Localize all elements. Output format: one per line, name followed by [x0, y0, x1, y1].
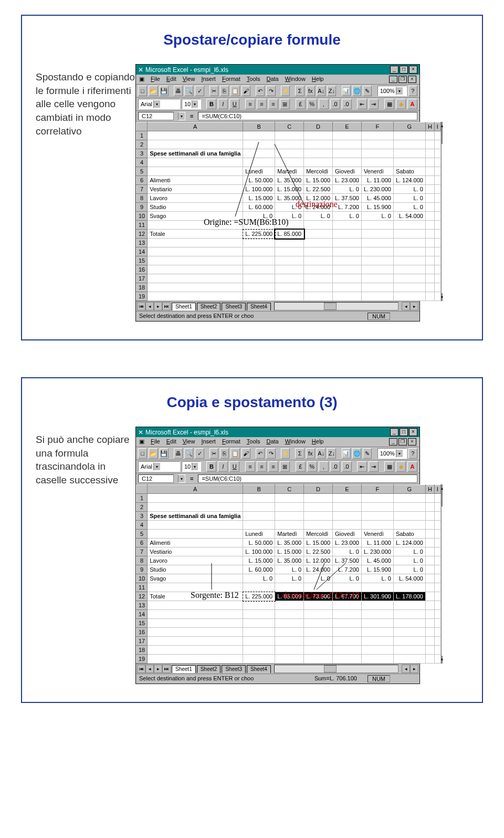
cell-F1[interactable] [361, 494, 393, 503]
cell-E10[interactable]: L. 0 [333, 212, 362, 221]
cell-B3[interactable] [243, 512, 275, 521]
cell-G18[interactable] [393, 283, 425, 292]
cell-H15[interactable] [425, 619, 434, 628]
row-header-15[interactable]: 15 [136, 619, 148, 628]
cut-icon[interactable]: ✂ [209, 448, 218, 459]
decrease-indent-icon[interactable]: ⇤ [357, 99, 367, 109]
cell-A6[interactable]: Alimenti [148, 539, 243, 547]
cell-C5[interactable]: Martedì [275, 530, 304, 539]
maximize-button[interactable]: □ [400, 66, 408, 74]
cell-H7[interactable] [425, 185, 434, 194]
cell-B19[interactable] [243, 655, 275, 664]
cell-D14[interactable] [304, 247, 333, 256]
cell-F5[interactable]: Venerdì [361, 167, 393, 176]
cell-F3[interactable] [361, 512, 393, 521]
maximize-button[interactable]: □ [400, 428, 408, 436]
col-header-D[interactable]: D [304, 485, 333, 494]
cell-C10[interactable]: L. 0 [275, 574, 304, 583]
cell-F7[interactable]: L. 230.000 [361, 547, 393, 556]
menu-view[interactable]: View [183, 438, 195, 446]
name-box[interactable]: C12 [138, 112, 174, 120]
cell-H3[interactable] [425, 512, 434, 521]
drawing-icon[interactable]: ✎ [363, 448, 372, 459]
cell-B14[interactable] [243, 610, 275, 619]
cell-H6[interactable] [425, 539, 434, 547]
cell-H2[interactable] [425, 140, 434, 149]
currency-icon[interactable]: ₤ [296, 99, 306, 109]
sort-asc-icon[interactable]: A↓ [317, 448, 326, 459]
menu-window[interactable]: Window [285, 76, 306, 83]
cell-F1[interactable] [361, 131, 393, 140]
col-header-A[interactable]: A [148, 122, 243, 131]
row-header-10[interactable]: 10 [136, 574, 148, 583]
print-icon[interactable]: 🖶 [174, 86, 183, 96]
cell-D7[interactable]: L. 22.500 [304, 547, 333, 556]
cell-C7[interactable]: L. 15.000 [275, 185, 304, 194]
size-dropdown-icon[interactable]: ▾ [192, 462, 198, 471]
cell-E15[interactable] [333, 256, 362, 265]
cell-A18[interactable] [148, 646, 243, 655]
cell-G2[interactable] [393, 140, 425, 149]
cell-C4[interactable] [275, 158, 304, 167]
cell-A9[interactable]: Studio [148, 565, 243, 574]
cell-D16[interactable] [304, 628, 333, 637]
cell-C15[interactable] [275, 619, 304, 628]
font-color-icon[interactable]: A [407, 99, 417, 109]
cell-D4[interactable] [304, 158, 333, 167]
paste-icon[interactable]: 📋 [230, 448, 239, 459]
cell-A19[interactable] [148, 292, 243, 301]
cell-I7[interactable] [434, 185, 440, 194]
cell-C2[interactable] [275, 503, 304, 512]
cell-G6[interactable]: L. 124.000 [393, 176, 425, 185]
cell-E13[interactable] [333, 601, 362, 610]
cell-I7[interactable] [434, 547, 440, 556]
sheet-tab-sheet2[interactable]: Sheet2 [197, 303, 221, 311]
increase-decimal-icon[interactable]: .0 [330, 461, 340, 472]
menu-tools[interactable]: Tools [247, 76, 260, 83]
cell-D7[interactable]: L. 22.500 [304, 185, 333, 194]
col-header-C[interactable]: C [275, 122, 304, 131]
cell-B1[interactable] [243, 131, 275, 140]
cell-G16[interactable] [393, 265, 425, 274]
fill-color-icon[interactable]: ◆ [396, 461, 406, 472]
cell-A2[interactable] [148, 140, 243, 149]
cell-H11[interactable] [425, 221, 434, 230]
cell-F18[interactable] [361, 646, 393, 655]
cell-H19[interactable] [425, 655, 434, 664]
cell-D1[interactable] [304, 131, 333, 140]
cell-F14[interactable] [361, 610, 393, 619]
cell-F7[interactable]: L. 230.000 [361, 185, 393, 194]
mdi-close-button[interactable]: × [408, 76, 416, 83]
menu-edit[interactable]: Edit [166, 438, 176, 446]
cell-D9[interactable]: L. 24.000 [304, 565, 333, 574]
cell-C14[interactable] [275, 610, 304, 619]
row-header-8[interactable]: 8 [136, 194, 148, 203]
cell-H16[interactable] [425, 265, 434, 274]
row-header-12[interactable]: 12 [136, 230, 148, 239]
cell-G12[interactable] [393, 230, 425, 239]
cell-A17[interactable] [148, 637, 243, 646]
cell-I13[interactable] [434, 239, 440, 247]
print-icon[interactable]: 🖶 [174, 448, 183, 459]
cell-F18[interactable] [361, 283, 393, 292]
cell-C17[interactable] [275, 637, 304, 646]
cell-F19[interactable] [361, 292, 393, 301]
cell-E17[interactable] [333, 274, 362, 283]
row-header-11[interactable]: 11 [136, 221, 148, 230]
cell-G8[interactable]: L. 0 [393, 556, 425, 565]
cell-F2[interactable] [361, 503, 393, 512]
col-header-I[interactable]: I [434, 122, 440, 131]
scroll-down-button[interactable]: ▾ [442, 293, 443, 301]
cell-F8[interactable]: L. 45.000 [361, 194, 393, 203]
cell-A3[interactable]: Spese settimanali di una famiglia [148, 149, 243, 158]
cell-H11[interactable] [425, 583, 434, 592]
align-right-icon[interactable]: ≡ [268, 99, 278, 109]
col-header-C[interactable]: C [275, 485, 304, 494]
tab-nav-first[interactable]: ⏮ [137, 302, 145, 311]
save-icon[interactable]: 💾 [160, 448, 169, 459]
scroll-up-button[interactable]: ▴ [442, 484, 443, 492]
cell-H1[interactable] [425, 494, 434, 503]
cell-G14[interactable] [393, 610, 425, 619]
cell-F6[interactable]: L. 11.000 [361, 539, 393, 547]
increase-decimal-icon[interactable]: .0 [330, 99, 340, 109]
